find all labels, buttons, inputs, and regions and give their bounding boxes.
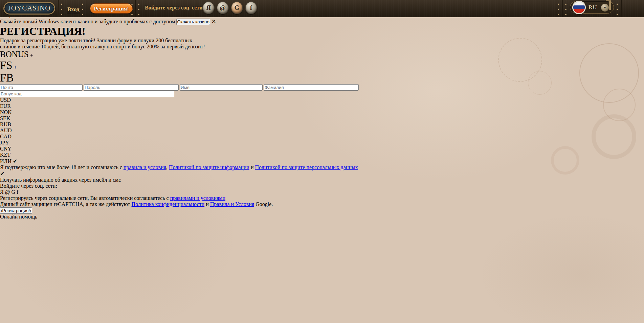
text-link[interactable]: Правила и Условия <box>210 201 254 207</box>
divider <box>562 0 563 17</box>
banner-text: Скачайте новый Windows клиент казино и з… <box>0 19 175 24</box>
rivet-decoration <box>82 2 83 16</box>
currency-label: SEK <box>0 115 10 121</box>
terms-checkbox-checkmark-icon[interactable]: ✔ <box>13 158 17 164</box>
divider <box>58 0 59 17</box>
header-register-button[interactable]: Регистрация! <box>90 3 133 14</box>
terms-text: Я подтверждаю что мне более 18 лет и сог… <box>0 164 644 170</box>
yandex-icon[interactable]: Я <box>0 189 4 195</box>
rivet-decoration <box>61 2 62 16</box>
language-selector[interactable]: RU ▾ <box>570 1 614 14</box>
bonus-code-field[interactable] <box>0 91 174 97</box>
currency-option-jpy[interactable]: JPY <box>0 140 644 146</box>
currency-option-rub[interactable]: RUB <box>0 121 644 128</box>
google-icon[interactable]: G <box>231 1 243 14</box>
online-help-tab[interactable]: Онлайн помощь <box>0 214 644 220</box>
currency-option-sek[interactable]: SEK <box>0 115 644 121</box>
rivet-decoration <box>617 2 618 16</box>
currency-option-usd[interactable]: USD <box>0 97 644 103</box>
header-social-prompt: Войдите через соц. сети: <box>145 5 204 11</box>
mailru-icon[interactable]: @ <box>5 189 10 195</box>
divider <box>135 0 136 17</box>
arrow-right-icon: › <box>30 208 31 213</box>
currency-label: AUD <box>0 128 12 133</box>
currency-label: EUR <box>0 103 11 109</box>
badge-label: FS <box>0 59 13 71</box>
email-field[interactable] <box>0 84 83 91</box>
bonus-gem-icon: + <box>30 52 33 58</box>
text-link[interactable]: Политикой по защите персональных данных <box>255 164 358 170</box>
subtitle-line1: Подарок за регистрацию уже почти твой! З… <box>0 38 192 43</box>
flag-ru-icon <box>572 1 586 14</box>
recaptcha-notice: Данный сайт защищен reCAPTCHA, а так же … <box>0 201 644 207</box>
lever-decoration <box>609 0 611 10</box>
currency-option-nok[interactable]: NOK <box>0 109 644 115</box>
currency-label: CAD <box>0 134 12 139</box>
submit-label: Регистрация! <box>2 208 30 213</box>
or-label: ИЛИ <box>0 158 12 164</box>
login-link[interactable]: Вход <box>67 6 80 13</box>
rivet-decoration <box>558 2 559 16</box>
mailru-icon[interactable]: @ <box>217 1 229 14</box>
password-field[interactable] <box>84 84 179 91</box>
text-link[interactable]: Политикой по защите информации <box>169 164 249 170</box>
subtitle-line2: спинов в течение 10 дней, бесплатную ста… <box>0 44 205 49</box>
hamburger-menu-icon[interactable] <box>627 5 637 11</box>
currency-option-aud[interactable]: AUD <box>0 128 644 134</box>
social-panel-title: Войдите через соц. сети: <box>0 183 644 189</box>
currency-option-cad[interactable]: CAD <box>0 134 644 140</box>
promo-checkbox-checkmark-icon[interactable]: ✔ <box>0 171 4 177</box>
social-panel-note: Регистрируясь через социальные сети, Вы … <box>0 195 644 201</box>
logo[interactable]: JOYCASINO <box>3 2 55 15</box>
last-name-field[interactable] <box>264 84 359 91</box>
facebook-icon[interactable]: f <box>17 189 18 195</box>
logo-text: JOYCASINO <box>3 4 55 13</box>
bonus-badge: BONUS + <box>0 50 644 59</box>
divider <box>87 0 87 17</box>
freebet-badge: FB <box>0 72 644 84</box>
registration-page: JOYCASINO Вход Регистрация! Войдите чере… <box>0 0 644 323</box>
close-icon[interactable]: ✕ <box>212 19 216 24</box>
text-link[interactable]: правилами и условиями <box>170 195 225 201</box>
chevron-down-icon[interactable]: ▾ <box>601 3 609 12</box>
google-icon[interactable]: G <box>11 189 15 195</box>
facebook-icon[interactable]: f <box>245 1 257 14</box>
currency-option-kzt[interactable]: KZT <box>0 152 644 158</box>
currency-label: JPY <box>0 140 9 145</box>
currency-label: NOK <box>0 109 12 115</box>
first-name-field[interactable] <box>180 84 263 91</box>
submit-registration-button[interactable]: ‹Регистрация!› <box>0 207 32 214</box>
freespin-gem-icon: + <box>14 64 17 70</box>
currency-label: RUB <box>0 121 11 127</box>
page-subtitle: Подарок за регистрацию уже почти твой! З… <box>0 38 644 50</box>
rivet-decoration <box>138 2 139 16</box>
currency-label: CNY <box>0 146 12 152</box>
currency-option-cny[interactable]: CNY <box>0 146 644 152</box>
badge-label: BONUS <box>0 50 29 59</box>
promo-optin-text: Получать информацию об акциях через имей… <box>0 177 644 183</box>
page-title: РЕГИСТРАЦИЯ! <box>0 25 644 38</box>
rivet-decoration <box>565 2 567 16</box>
freespins-badge: FS + <box>0 59 644 72</box>
currency-option-eur[interactable]: EUR <box>0 103 644 109</box>
text-link[interactable]: Политика конфиденциальности <box>132 201 205 207</box>
language-code: RU <box>589 4 597 11</box>
text-link[interactable]: правила и условия <box>124 164 166 170</box>
badge-label: FB <box>0 72 14 84</box>
yandex-icon[interactable]: Я <box>202 1 215 14</box>
currency-label: KZT <box>0 152 10 158</box>
currency-label: USD <box>0 97 11 103</box>
divider <box>621 0 622 17</box>
download-casino-button[interactable]: Скачать казино <box>176 19 210 25</box>
